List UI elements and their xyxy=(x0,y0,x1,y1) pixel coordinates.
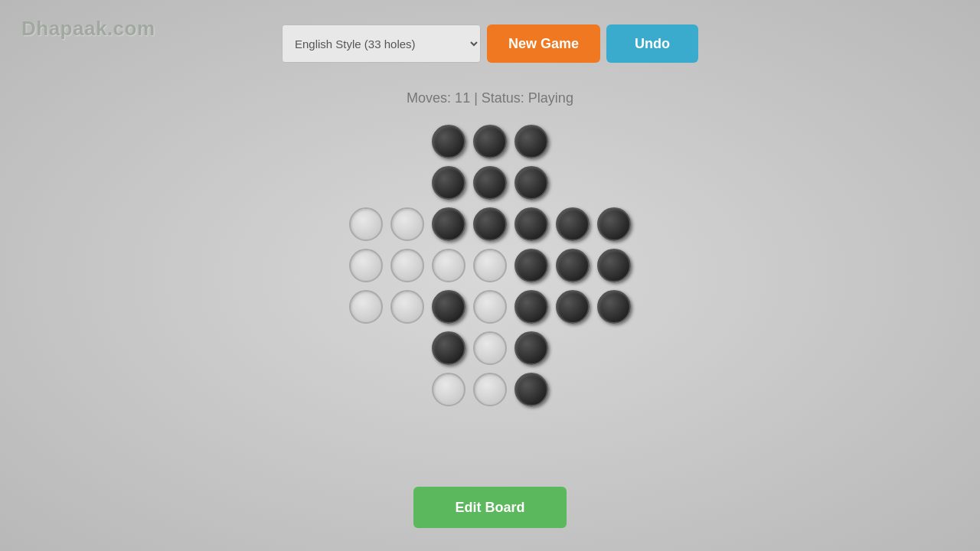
board-cell[interactable] xyxy=(469,121,511,162)
peg[interactable] xyxy=(556,207,590,241)
board-cell[interactable] xyxy=(387,286,428,328)
board-cell[interactable] xyxy=(593,286,635,328)
board-cell[interactable] xyxy=(428,369,469,410)
board-cell[interactable] xyxy=(428,328,469,369)
board-row xyxy=(345,328,635,369)
peg[interactable] xyxy=(514,166,548,200)
hole[interactable] xyxy=(349,207,383,241)
hole[interactable] xyxy=(432,249,466,282)
peg[interactable] xyxy=(514,331,548,365)
hole[interactable] xyxy=(390,290,424,324)
board-cell[interactable] xyxy=(428,121,469,162)
peg[interactable] xyxy=(556,249,590,282)
peg[interactable] xyxy=(432,166,466,200)
toolbar: English Style (33 holes) European Style … xyxy=(282,24,698,63)
hole[interactable] xyxy=(390,249,424,282)
game-style-select[interactable]: English Style (33 holes) European Style … xyxy=(282,24,481,63)
game-board xyxy=(345,121,635,410)
undo-button[interactable]: Undo xyxy=(606,24,698,63)
board-cell[interactable] xyxy=(593,204,635,245)
board-row xyxy=(345,286,635,328)
board-cell[interactable] xyxy=(469,369,511,410)
board-row xyxy=(345,245,635,286)
board-cell[interactable] xyxy=(511,286,552,328)
peg[interactable] xyxy=(514,290,548,324)
board-row xyxy=(345,162,635,204)
board-cell[interactable] xyxy=(428,286,469,328)
hole[interactable] xyxy=(390,207,424,241)
board-cell[interactable] xyxy=(511,204,552,245)
board-cell[interactable] xyxy=(469,204,511,245)
peg[interactable] xyxy=(432,207,466,241)
edit-board-button[interactable]: Edit Board xyxy=(413,487,567,528)
peg[interactable] xyxy=(597,290,631,324)
board-cell[interactable] xyxy=(511,162,552,204)
peg[interactable] xyxy=(597,249,631,282)
board-cell[interactable] xyxy=(428,245,469,286)
peg[interactable] xyxy=(432,290,466,324)
board-row xyxy=(345,121,635,162)
hole[interactable] xyxy=(473,373,507,406)
board-cell[interactable] xyxy=(345,204,387,245)
board-cell[interactable] xyxy=(469,328,511,369)
hole[interactable] xyxy=(432,373,466,406)
board-cell[interactable] xyxy=(469,245,511,286)
peg[interactable] xyxy=(514,125,548,158)
board-cell[interactable] xyxy=(511,328,552,369)
peg[interactable] xyxy=(473,125,507,158)
new-game-button[interactable]: New Game xyxy=(487,24,600,63)
peg[interactable] xyxy=(597,207,631,241)
board-cell[interactable] xyxy=(428,162,469,204)
site-logo: Dhapaak.com xyxy=(21,17,155,41)
hole[interactable] xyxy=(473,249,507,282)
status-bar: Moves: 11 | Status: Playing xyxy=(407,90,573,106)
board-cell[interactable] xyxy=(387,245,428,286)
board-cell[interactable] xyxy=(552,245,593,286)
peg[interactable] xyxy=(556,290,590,324)
board-cell[interactable] xyxy=(428,204,469,245)
hole[interactable] xyxy=(473,290,507,324)
board-cell[interactable] xyxy=(469,286,511,328)
board-cell[interactable] xyxy=(345,245,387,286)
board-cell[interactable] xyxy=(511,245,552,286)
board-cell[interactable] xyxy=(552,286,593,328)
board-cell[interactable] xyxy=(511,369,552,410)
board-cell[interactable] xyxy=(593,245,635,286)
board-cell[interactable] xyxy=(387,204,428,245)
hole[interactable] xyxy=(349,249,383,282)
peg[interactable] xyxy=(514,207,548,241)
peg[interactable] xyxy=(514,373,548,406)
board-cell[interactable] xyxy=(511,121,552,162)
board-cell[interactable] xyxy=(345,286,387,328)
peg[interactable] xyxy=(514,249,548,282)
board-cell[interactable] xyxy=(552,204,593,245)
hole[interactable] xyxy=(473,331,507,365)
board-cell[interactable] xyxy=(469,162,511,204)
peg[interactable] xyxy=(432,331,466,365)
peg[interactable] xyxy=(432,125,466,158)
peg[interactable] xyxy=(473,166,507,200)
board-row xyxy=(345,369,635,410)
peg[interactable] xyxy=(473,207,507,241)
hole[interactable] xyxy=(349,290,383,324)
board-row xyxy=(345,204,635,245)
